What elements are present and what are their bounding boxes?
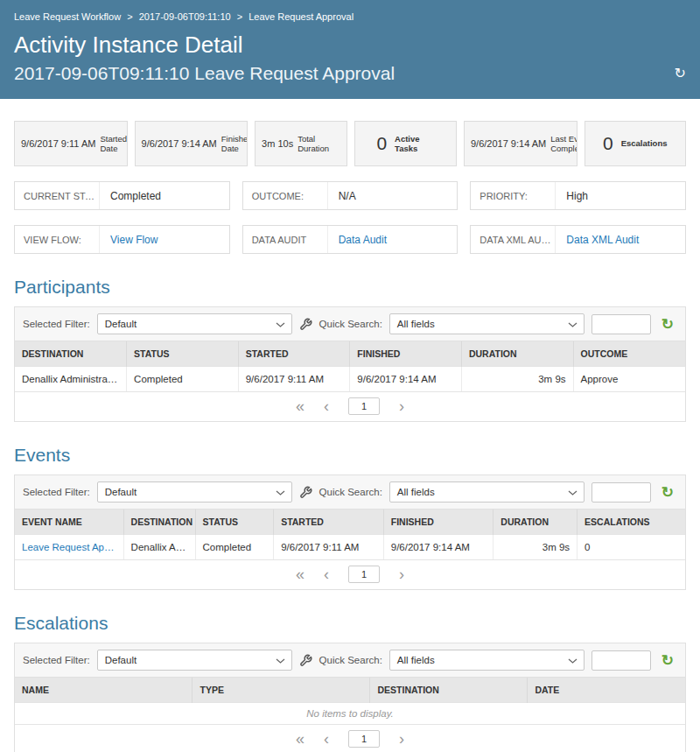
refresh-button[interactable]: ↻	[662, 653, 674, 668]
column-header-escalations[interactable]: ESCALATIONS	[578, 510, 685, 535]
prev-page-button[interactable]: ‹	[324, 398, 329, 414]
data-audit-field: DATA AUDIT Data Audit	[242, 225, 458, 254]
table-header-row: EVENT NAME DESTINATION STATUS STARTED FI…	[15, 510, 685, 535]
first-page-button[interactable]: «	[296, 566, 304, 582]
prev-page-button[interactable]: ‹	[324, 731, 329, 747]
stat-card-active-tasks: 0 Active Tasks	[354, 121, 456, 166]
wrench-icon	[299, 318, 312, 331]
cell-destination: Denallix Administrator	[123, 535, 195, 560]
stat-value: 9/6/2017 9:14 AM	[142, 138, 217, 149]
participants-pager: « ‹ 1 ›	[15, 391, 685, 421]
breadcrumb-separator: >	[127, 11, 132, 22]
filter-settings-button[interactable]	[299, 318, 312, 331]
participants-heading: Participants	[14, 277, 686, 298]
quick-search-field-value: All fields	[397, 655, 435, 665]
selected-filter-dropdown[interactable]: Default	[97, 313, 292, 334]
next-page-button[interactable]: ›	[399, 566, 404, 582]
breadcrumb-item-workflow[interactable]: Leave Request Workflow	[14, 11, 121, 22]
selected-filter-dropdown[interactable]: Default	[97, 481, 292, 503]
current-page-indicator[interactable]: 1	[348, 566, 380, 583]
stat-label: Active Tasks	[395, 134, 435, 154]
column-header-status[interactable]: STATUS	[195, 510, 274, 535]
escalations-table: NAME TYPE DESTINATION DATE No items to d…	[15, 678, 685, 724]
cell-escalations: 0	[578, 535, 685, 560]
page-header: Activity Instance Detail 2017-09-06T09:1…	[0, 25, 700, 99]
empty-row: No items to display.	[15, 703, 685, 725]
prev-page-button[interactable]: ‹	[324, 566, 329, 582]
refresh-icon[interactable]: ↻	[675, 67, 686, 81]
column-header-destination[interactable]: DESTINATION	[370, 678, 528, 703]
table-header-row: NAME TYPE DESTINATION DATE	[15, 678, 685, 703]
escalations-heading: Escalations	[14, 613, 686, 634]
column-header-destination[interactable]: DESTINATION	[15, 341, 127, 367]
outcome-label: OUTCOME:	[243, 191, 327, 201]
filter-settings-button[interactable]	[299, 486, 312, 499]
stat-value: 0	[376, 133, 387, 154]
selected-filter-value: Default	[105, 487, 136, 497]
quick-search-field-dropdown[interactable]: All fields	[389, 650, 584, 671]
refresh-button[interactable]: ↻	[662, 485, 674, 500]
event-name-link[interactable]: Leave Request Approval	[15, 535, 123, 560]
cell-status: Completed	[195, 535, 274, 560]
column-header-outcome[interactable]: OUTCOME	[573, 341, 685, 367]
column-header-destination[interactable]: DESTINATION	[123, 510, 195, 535]
current-status-label: CURRENT STATUS:	[15, 191, 99, 201]
filter-settings-button[interactable]	[299, 654, 312, 667]
table-header-row: DESTINATION STATUS STARTED FINISHED DURA…	[15, 341, 685, 367]
current-page-indicator[interactable]: 1	[348, 397, 380, 415]
next-page-button[interactable]: ›	[399, 731, 404, 747]
first-page-button[interactable]: «	[296, 398, 304, 414]
column-header-started[interactable]: STARTED	[274, 510, 384, 535]
column-header-duration[interactable]: DURATION	[494, 510, 578, 535]
participants-table: DESTINATION STATUS STARTED FINISHED DURA…	[15, 341, 685, 391]
search-input[interactable]	[592, 314, 651, 334]
escalations-widget: Selected Filter: Default Quick Search: A…	[14, 643, 686, 752]
view-flow-link[interactable]: View Flow	[99, 226, 229, 253]
stat-label: Finished Date	[221, 134, 248, 154]
cell-started: 9/6/2017 9:11 AM	[274, 535, 384, 560]
cell-destination: Denallix Administrator	[15, 367, 127, 392]
first-page-button[interactable]: «	[296, 731, 304, 747]
participants-filter-bar: Selected Filter: Default Quick Search: A…	[15, 307, 685, 341]
table-row: Denallix Administrator Completed 9/6/201…	[15, 367, 685, 392]
participants-widget: Selected Filter: Default Quick Search: A…	[14, 306, 686, 422]
refresh-button[interactable]: ↻	[662, 317, 674, 332]
quick-search-field-dropdown[interactable]: All fields	[389, 481, 584, 503]
quick-search-field-dropdown[interactable]: All fields	[389, 313, 584, 334]
column-header-type[interactable]: TYPE	[192, 678, 370, 703]
column-header-duration[interactable]: DURATION	[461, 341, 573, 367]
column-header-status[interactable]: STATUS	[127, 341, 239, 367]
search-input[interactable]	[592, 482, 651, 503]
quick-search-label: Quick Search:	[319, 319, 382, 329]
outcome-field: OUTCOME: N/A	[242, 181, 458, 210]
current-page-indicator[interactable]: 1	[348, 730, 380, 748]
cell-started: 9/6/2017 9:11 AM	[238, 367, 350, 392]
column-header-finished[interactable]: FINISHED	[350, 341, 462, 367]
data-audit-link[interactable]: Data Audit	[327, 226, 458, 253]
stat-label: Escalations	[621, 138, 668, 148]
next-page-button[interactable]: ›	[399, 398, 404, 414]
cell-finished: 9/6/2017 9:14 AM	[383, 535, 494, 560]
stat-label: Total Duration	[298, 134, 338, 154]
breadcrumb-separator: >	[237, 11, 242, 22]
chevron-down-icon	[276, 490, 285, 495]
data-xml-audit-link[interactable]: Data XML Audit	[555, 226, 685, 253]
escalations-filter-bar: Selected Filter: Default Quick Search: A…	[15, 643, 685, 678]
breadcrumb-item-instance[interactable]: 2017-09-06T09:11:10	[139, 11, 231, 22]
column-header-event-name[interactable]: EVENT NAME	[15, 510, 123, 535]
breadcrumb-item-activity[interactable]: Leave Request Approval	[248, 11, 354, 22]
column-header-date[interactable]: DATE	[528, 678, 685, 703]
selected-filter-dropdown[interactable]: Default	[97, 650, 292, 671]
column-header-started[interactable]: STARTED	[238, 341, 350, 367]
escalations-pager: « ‹ 1 ›	[15, 724, 685, 752]
events-table: EVENT NAME DESTINATION STATUS STARTED FI…	[15, 510, 685, 559]
outcome-value: N/A	[327, 182, 458, 209]
cell-finished: 9/6/2017 9:14 AM	[350, 367, 462, 392]
column-header-name[interactable]: NAME	[15, 678, 192, 703]
selected-filter-value: Default	[105, 655, 136, 665]
search-input[interactable]	[592, 650, 651, 671]
wrench-icon	[299, 486, 312, 499]
stat-value: 9/6/2017 9:11 AM	[21, 138, 95, 149]
column-header-finished[interactable]: FINISHED	[383, 510, 494, 535]
view-flow-label: VIEW FLOW:	[15, 235, 99, 245]
